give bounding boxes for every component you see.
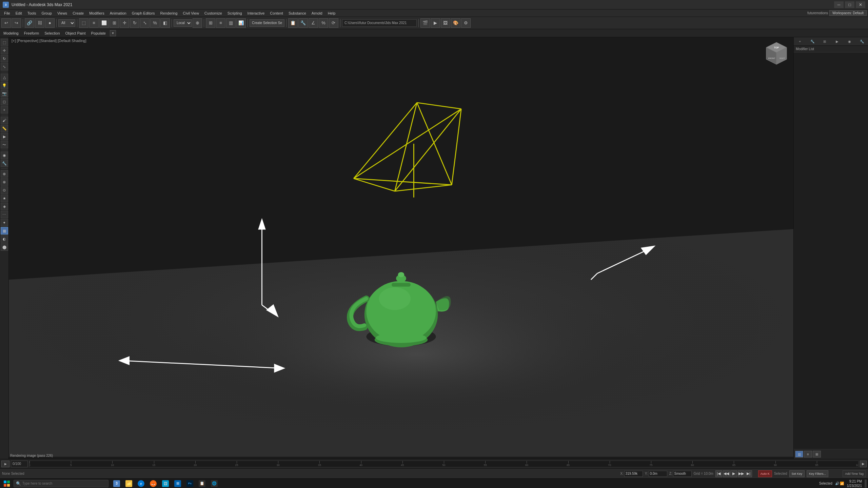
tool-animation[interactable]: ▶ bbox=[1, 133, 8, 140]
tool-shapes[interactable]: △ bbox=[1, 74, 8, 81]
timeline-ruler[interactable]: 0510152025303540455055606570758085909510… bbox=[29, 461, 859, 467]
spinner-button[interactable]: ⟳ bbox=[329, 18, 338, 28]
tool-helpers[interactable]: + bbox=[1, 106, 8, 114]
unlink-button[interactable]: ⛓ bbox=[35, 18, 44, 28]
panel-tab-hierarchy[interactable]: ⊞ bbox=[818, 37, 831, 45]
panel-tab-display[interactable]: ◉ bbox=[843, 37, 856, 45]
tool-extra6[interactable]: ⋯ bbox=[1, 211, 8, 218]
prev-frame-button[interactable]: |◀ bbox=[715, 470, 722, 477]
show-desktop-button[interactable] bbox=[865, 480, 867, 488]
tool-extra5[interactable]: ◈ bbox=[1, 203, 8, 210]
menu-arnold[interactable]: Arnold bbox=[309, 9, 325, 17]
tool-motion[interactable]: 〜 bbox=[1, 141, 8, 148]
panel-sub-tab-3[interactable]: ⊞ bbox=[813, 451, 821, 458]
tool-measure[interactable]: 📏 bbox=[1, 125, 8, 132]
tool-extra1[interactable]: ⊕ bbox=[1, 170, 8, 178]
panel-tab-modify[interactable]: 🔧 bbox=[806, 37, 819, 45]
taskbar-app-extra2[interactable]: 🌐 bbox=[209, 480, 220, 488]
snap-toggle-button[interactable]: 🔧 bbox=[298, 18, 308, 28]
menu-group[interactable]: Group bbox=[39, 9, 55, 17]
menu-interactive[interactable]: Interactive bbox=[245, 9, 268, 17]
tool-extra3[interactable]: ⊙ bbox=[1, 186, 8, 194]
taskbar-app-3dsmax[interactable]: 3 bbox=[111, 480, 122, 488]
ribbon-button[interactable]: ▥ bbox=[226, 18, 236, 28]
taskbar-app-photoshop[interactable]: Ps bbox=[184, 480, 195, 488]
search-input[interactable] bbox=[22, 482, 106, 485]
region-select-button[interactable]: ⬜ bbox=[99, 18, 109, 28]
sub-toolbar-options[interactable]: ▼ bbox=[110, 30, 116, 36]
search-bar[interactable]: 🔍 bbox=[14, 480, 108, 487]
rotate-button[interactable]: ↻ bbox=[130, 18, 139, 28]
undo-button[interactable]: ↩ bbox=[1, 18, 11, 28]
panel-sub-tab-2[interactable]: ≡ bbox=[804, 451, 812, 458]
tool-move[interactable]: ✛ bbox=[1, 47, 8, 54]
view-cube[interactable]: TOP FRONT RIGHT bbox=[763, 41, 790, 68]
select-button[interactable]: ⬚ bbox=[79, 18, 88, 28]
workspace-button[interactable]: Workspaces: Default bbox=[829, 10, 867, 16]
menu-scripting[interactable]: Scripting bbox=[225, 9, 245, 17]
align-button[interactable]: ⊞ bbox=[206, 18, 215, 28]
menu-edit[interactable]: Edit bbox=[13, 9, 25, 17]
coord-system-dropdown[interactable]: Local bbox=[174, 19, 192, 27]
pivot-button[interactable]: ⊕ bbox=[193, 18, 202, 28]
sub-tab-populate[interactable]: Populate bbox=[89, 30, 107, 36]
set-key-button[interactable]: Set Key bbox=[789, 470, 805, 477]
menu-modifiers[interactable]: Modifiers bbox=[86, 9, 107, 17]
maximize-button[interactable]: □ bbox=[845, 1, 854, 8]
taskbar-app-extra1[interactable]: 📋 bbox=[197, 480, 208, 488]
mirror-button[interactable]: ◧ bbox=[160, 18, 170, 28]
menu-views[interactable]: Views bbox=[55, 9, 70, 17]
panel-tab-utilities[interactable]: 🔧 bbox=[856, 37, 868, 45]
taskbar-app-firefox[interactable]: 🦊 bbox=[148, 480, 159, 488]
sub-tab-modeling[interactable]: Modeling bbox=[1, 30, 21, 36]
tool-extra8[interactable]: ▦ bbox=[1, 227, 8, 235]
select-name-button[interactable]: ≡ bbox=[89, 18, 99, 28]
z-input[interactable] bbox=[673, 471, 692, 477]
next-frame-button[interactable]: ▶| bbox=[745, 470, 752, 477]
redo-button[interactable]: ↪ bbox=[12, 18, 21, 28]
y-input[interactable] bbox=[649, 471, 667, 477]
tool-extra9[interactable]: ◐ bbox=[1, 235, 8, 243]
window-crossing-button[interactable]: ⊞ bbox=[110, 18, 119, 28]
tool-cameras[interactable]: 📷 bbox=[1, 90, 8, 97]
tool-extra10[interactable]: ⬤ bbox=[1, 243, 8, 251]
tool-lights[interactable]: 💡 bbox=[1, 82, 8, 89]
sub-tab-freeform[interactable]: Freeform bbox=[22, 30, 41, 36]
layer-button[interactable]: ≡ bbox=[216, 18, 225, 28]
panel-tab-create[interactable]: + bbox=[794, 37, 806, 45]
key-filters-button[interactable]: Key Filters... bbox=[807, 470, 828, 477]
tool-rotate[interactable]: ↻ bbox=[1, 55, 8, 62]
sub-tab-object-paint[interactable]: Object Paint bbox=[63, 30, 88, 36]
percent-snap-button[interactable]: % bbox=[319, 18, 328, 28]
render-frame-button[interactable]: 🖼 bbox=[441, 18, 450, 28]
menu-substance[interactable]: Substance bbox=[286, 9, 309, 17]
autokey-button[interactable]: Auto K bbox=[758, 470, 772, 477]
create-selection-button[interactable]: Create Selection Se bbox=[250, 19, 284, 27]
panel-sub-tab-1[interactable]: ▥ bbox=[795, 451, 803, 458]
panel-tab-motion[interactable]: ▶ bbox=[831, 37, 844, 45]
next-key-button[interactable]: ▶▶ bbox=[738, 470, 745, 477]
taskbar-app-edge[interactable]: e bbox=[136, 480, 146, 488]
start-button[interactable] bbox=[1, 480, 12, 488]
tool-display[interactable]: ◉ bbox=[1, 151, 8, 159]
move-button[interactable]: ✛ bbox=[120, 18, 129, 28]
menu-animation[interactable]: Animation bbox=[107, 9, 129, 17]
tool-extra4[interactable]: ★ bbox=[1, 195, 8, 202]
tool-scale[interactable]: ⤡ bbox=[1, 63, 8, 70]
quick-render-button[interactable]: ▶ bbox=[431, 18, 440, 28]
graph-editors-icon-button[interactable]: 📊 bbox=[236, 18, 246, 28]
menu-tools[interactable]: Tools bbox=[25, 9, 39, 17]
angle-snap-button[interactable]: ∠ bbox=[309, 18, 318, 28]
menu-file[interactable]: File bbox=[1, 9, 13, 17]
named-selection-button[interactable]: 📋 bbox=[288, 18, 298, 28]
link-button[interactable]: 🔗 bbox=[25, 18, 34, 28]
tool-extra7[interactable]: ✦ bbox=[1, 219, 8, 226]
prev-key-button[interactable]: ◀◀ bbox=[723, 470, 730, 477]
percent-button[interactable]: % bbox=[150, 18, 160, 28]
add-time-tag-button[interactable]: Add Time Tag bbox=[843, 470, 866, 477]
viewport-area[interactable]: [+] [Perspective] [Standard] [Default Sh… bbox=[9, 37, 793, 459]
close-button[interactable]: ✕ bbox=[856, 1, 865, 8]
sub-tab-selection[interactable]: Selection bbox=[42, 30, 62, 36]
scale-button[interactable]: ⤡ bbox=[140, 18, 150, 28]
x-input[interactable] bbox=[624, 471, 643, 477]
